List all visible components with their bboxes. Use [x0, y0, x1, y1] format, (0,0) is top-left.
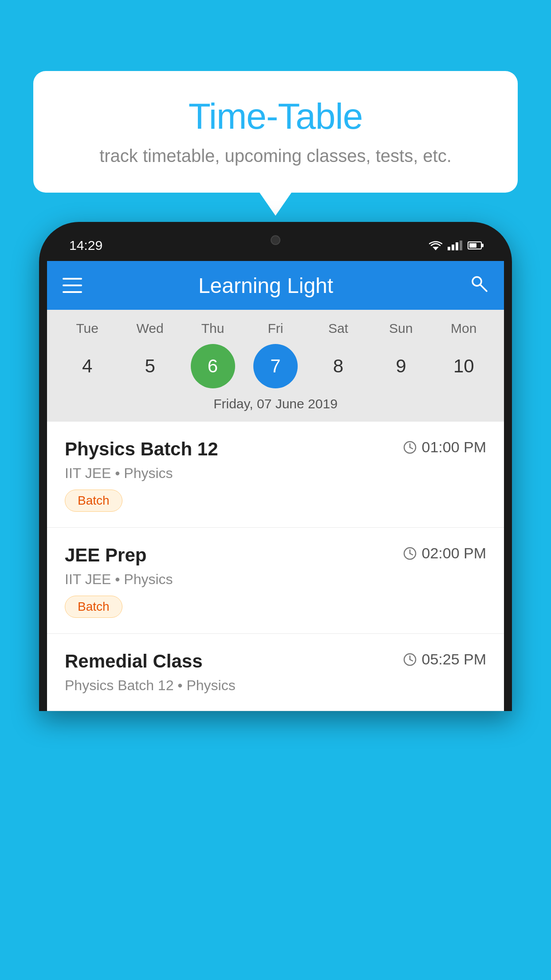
- dates-row: 4 5 6 7 8 9 10: [56, 344, 495, 388]
- schedule-time: 02:00 PM: [403, 545, 486, 562]
- calendar-date[interactable]: 8: [316, 344, 360, 388]
- battery-icon: [468, 241, 482, 249]
- time-text: 01:00 PM: [421, 439, 486, 456]
- calendar-header: Tue Wed Thu Fri Sat Sun Mon 4 5 6 7 8 9 …: [47, 310, 504, 422]
- page-title: Time-Table: [60, 95, 491, 137]
- status-icons: [429, 241, 482, 250]
- signal-icon: [448, 241, 462, 250]
- schedule-time: 05:25 PM: [403, 651, 486, 668]
- svg-line-8: [410, 553, 413, 555]
- day-label: Fri: [253, 321, 298, 336]
- day-label: Sun: [379, 321, 423, 336]
- selected-date-label: Friday, 07 June 2019: [56, 396, 495, 415]
- schedule-item-header: JEE Prep 02:00 PM: [65, 545, 486, 566]
- calendar-date[interactable]: 4: [65, 344, 110, 388]
- schedule-item[interactable]: JEE Prep 02:00 PM IIT JEE • Physics Batc…: [47, 528, 504, 634]
- status-bar: 14:29: [47, 230, 504, 261]
- app-title: Learning Light: [63, 273, 469, 298]
- schedule-time: 01:00 PM: [403, 439, 486, 456]
- time-text: 02:00 PM: [421, 545, 486, 562]
- schedule-item[interactable]: Remedial Class 05:25 PM Physics Batch 12…: [47, 634, 504, 711]
- calendar-date[interactable]: 5: [128, 344, 172, 388]
- svg-line-2: [480, 285, 487, 291]
- schedule-item[interactable]: Physics Batch 12 01:00 PM IIT JEE • Phys…: [47, 422, 504, 528]
- calendar-date-selected[interactable]: 7: [253, 344, 298, 388]
- clock-icon: [403, 546, 417, 561]
- day-label: Tue: [65, 321, 110, 336]
- day-label: Wed: [128, 321, 172, 336]
- camera: [271, 235, 280, 245]
- notch: [249, 230, 302, 250]
- svg-marker-0: [433, 247, 439, 250]
- schedule-subtitle: Physics Batch 12 • Physics: [65, 677, 486, 694]
- clock-icon: [403, 440, 417, 454]
- wifi-icon: [429, 241, 442, 250]
- calendar-date[interactable]: 10: [441, 344, 486, 388]
- svg-line-11: [410, 660, 413, 661]
- batch-badge: Batch: [65, 490, 122, 512]
- battery-fill: [469, 243, 476, 248]
- clock-icon: [403, 652, 417, 667]
- day-label: Mon: [441, 321, 486, 336]
- schedule-subtitle: IIT JEE • Physics: [65, 571, 486, 588]
- status-time: 14:29: [69, 238, 102, 253]
- day-label: Sat: [316, 321, 360, 336]
- batch-badge: Batch: [65, 596, 122, 618]
- schedule-title: JEE Prep: [65, 545, 146, 566]
- calendar-date[interactable]: 9: [379, 344, 423, 388]
- schedule-title: Physics Batch 12: [65, 439, 218, 460]
- page-subtitle: track timetable, upcoming classes, tests…: [60, 146, 491, 166]
- day-label: Thu: [191, 321, 235, 336]
- phone-screen: Learning Light Tue Wed Thu Fri Sat Sun: [47, 261, 504, 711]
- schedule-title: Remedial Class: [65, 651, 203, 672]
- schedule-item-header: Remedial Class 05:25 PM: [65, 651, 486, 672]
- calendar-date-today[interactable]: 6: [191, 344, 235, 388]
- schedule-item-header: Physics Batch 12 01:00 PM: [65, 439, 486, 460]
- search-button[interactable]: [469, 273, 488, 297]
- days-row: Tue Wed Thu Fri Sat Sun Mon: [56, 321, 495, 336]
- schedule-subtitle: IIT JEE • Physics: [65, 465, 486, 482]
- schedule-list: Physics Batch 12 01:00 PM IIT JEE • Phys…: [47, 422, 504, 711]
- phone-mockup: 14:29: [39, 222, 512, 980]
- speech-bubble: Time-Table track timetable, upcoming cla…: [33, 71, 518, 193]
- phone-outer: 14:29: [39, 222, 512, 711]
- app-bar: Learning Light: [47, 261, 504, 310]
- speech-bubble-container: Time-Table track timetable, upcoming cla…: [33, 71, 518, 193]
- time-text: 05:25 PM: [421, 651, 486, 668]
- svg-line-5: [410, 447, 413, 449]
